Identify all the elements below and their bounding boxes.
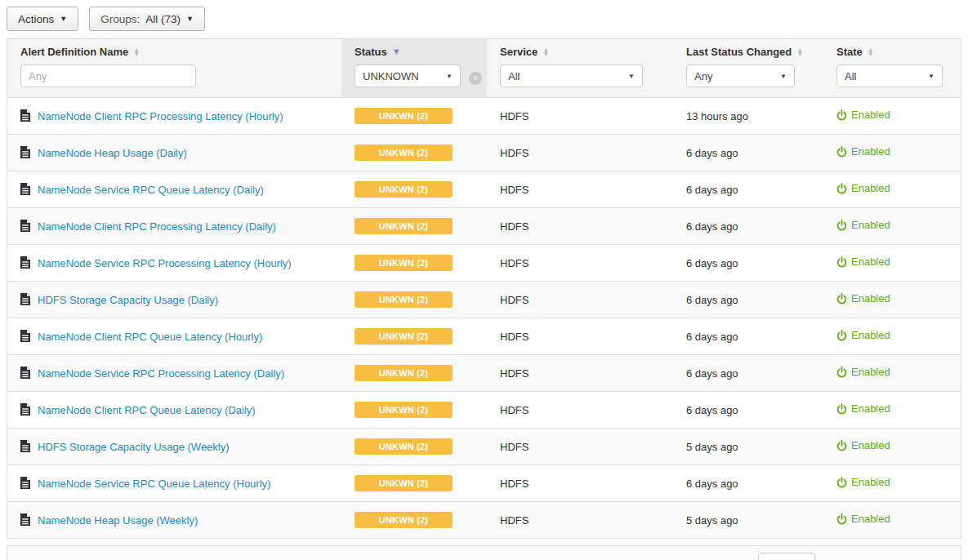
caret-down-icon: ▼: [928, 73, 935, 80]
power-icon: [836, 513, 847, 525]
alert-definition-link[interactable]: NameNode Heap Usage (Daily): [38, 147, 187, 159]
last-changed-cell: 6 days ago: [673, 392, 823, 429]
state-label: Enabled: [851, 366, 890, 378]
service-cell: HDFS: [487, 171, 673, 208]
state-cell: Enabled: [836, 292, 890, 304]
service-filter-select[interactable]: All ▼: [500, 64, 643, 87]
alert-definition-link[interactable]: NameNode Service RPC Queue Latency (Dail…: [38, 184, 264, 196]
state-label: Enabled: [851, 476, 890, 488]
file-text-icon: [20, 403, 30, 416]
state-label: Enabled: [851, 513, 890, 525]
alert-definition-link[interactable]: NameNode Service RPC Queue Latency (Hour…: [38, 478, 270, 490]
alert-definition-link[interactable]: NameNode Service RPC Processing Latency …: [38, 257, 292, 269]
column-header-state[interactable]: State ▲▼: [823, 39, 961, 61]
caret-down-icon: ▼: [628, 73, 635, 80]
state-cell: Enabled: [836, 366, 890, 378]
service-cell: HDFS: [487, 318, 673, 355]
status-badge: UNKWN (2): [355, 255, 453, 271]
actions-button-label: Actions: [18, 13, 54, 25]
file-text-icon: [20, 220, 30, 232]
alert-definition-link[interactable]: HDFS Storage Capacity Usage (Weekly): [38, 441, 230, 453]
table-row: HDFS Storage Capacity Usage (Weekly) UNK…: [7, 429, 961, 465]
power-icon: [836, 256, 847, 268]
state-filter-value: All: [845, 70, 856, 82]
state-cell: Enabled: [836, 109, 890, 121]
state-cell: Enabled: [836, 513, 890, 525]
last-changed-cell: 13 hours ago: [673, 98, 823, 135]
file-text-icon: [20, 146, 30, 158]
sort-icon: ▲▼: [133, 48, 140, 56]
alert-definitions-table: Alert Definition Name ▲▼ Status ▼ Servic…: [7, 38, 961, 539]
status-badge: UNKWN (2): [355, 218, 453, 234]
file-text-icon: [20, 330, 30, 342]
alert-definition-link[interactable]: NameNode Client RPC Queue Latency (Daily…: [38, 404, 256, 416]
clear-status-filter-icon[interactable]: ✕: [469, 72, 482, 85]
service-cell: HDFS: [487, 429, 673, 465]
column-label: Service: [500, 46, 538, 58]
sort-icon: ▲▼: [796, 48, 803, 56]
service-cell: HDFS: [487, 135, 673, 171]
last-changed-filter-select[interactable]: Any ▼: [686, 64, 795, 87]
last-changed-cell: 6 days ago: [673, 245, 823, 282]
table-row: NameNode Client RPC Queue Latency (Daily…: [7, 392, 961, 429]
prev-page-icon[interactable]: ←: [907, 558, 921, 560]
state-label: Enabled: [851, 145, 890, 158]
power-icon: [836, 477, 847, 488]
file-text-icon: [20, 293, 30, 305]
state-filter-select[interactable]: All ▼: [836, 64, 943, 87]
state-label: Enabled: [851, 182, 890, 194]
status-badge: UNKWN (2): [355, 291, 453, 308]
last-changed-cell: 6 days ago: [673, 355, 823, 392]
name-filter-input[interactable]: [20, 64, 196, 87]
alert-definition-link[interactable]: NameNode Client RPC Queue Latency (Hourl…: [38, 331, 262, 343]
file-text-icon: [20, 256, 30, 269]
power-icon: [836, 403, 847, 415]
service-cell: HDFS: [487, 282, 673, 318]
column-header-status[interactable]: Status ▼: [341, 39, 487, 61]
service-cell: HDFS: [487, 465, 673, 502]
table-row: NameNode Client RPC Queue Latency (Hourl…: [7, 318, 961, 355]
status-filter-value: UNKNOWN: [363, 70, 419, 82]
file-text-icon: [20, 183, 30, 195]
table-row: NameNode Service RPC Processing Latency …: [7, 355, 961, 392]
actions-button[interactable]: Actions ▼: [7, 7, 78, 31]
page-size-select[interactable]: 50 ▼: [758, 553, 815, 560]
power-icon: [836, 330, 847, 341]
alert-definition-link[interactable]: NameNode Client RPC Processing Latency (…: [38, 220, 276, 233]
state-cell: Enabled: [836, 145, 890, 158]
alert-definition-link[interactable]: NameNode Heap Usage (Weekly): [38, 514, 198, 527]
alert-definition-link[interactable]: NameNode Service RPC Processing Latency …: [38, 367, 284, 380]
power-icon: [836, 220, 847, 231]
status-badge: UNKWN (2): [355, 328, 453, 344]
next-page-icon[interactable]: →: [932, 558, 946, 560]
column-label: Status: [355, 46, 387, 58]
status-filter-select[interactable]: UNKNOWN ▼: [355, 64, 461, 87]
last-changed-cell: 6 days ago: [673, 208, 823, 245]
header-row: Alert Definition Name ▲▼ Status ▼ Servic…: [7, 39, 961, 61]
state-label: Enabled: [851, 292, 890, 304]
state-cell: Enabled: [836, 402, 890, 415]
last-changed-cell: 6 days ago: [673, 171, 823, 208]
alert-definition-link[interactable]: NameNode Client RPC Processing Latency (…: [38, 110, 283, 122]
state-cell: Enabled: [836, 219, 890, 231]
caret-down-icon: ▼: [446, 73, 453, 80]
caret-down-icon: ▼: [780, 73, 787, 80]
status-badge: UNKWN (2): [355, 512, 453, 528]
state-cell: Enabled: [836, 439, 890, 451]
table-row: NameNode Service RPC Processing Latency …: [7, 245, 961, 282]
service-cell: HDFS: [487, 392, 673, 429]
status-badge: UNKWN (2): [355, 108, 453, 124]
column-label: Alert Definition Name: [20, 46, 128, 58]
table-row: NameNode Client RPC Processing Latency (…: [7, 98, 961, 135]
sort-desc-icon: ▼: [392, 47, 401, 56]
column-header-alert-definition-name[interactable]: Alert Definition Name ▲▼: [7, 39, 341, 61]
last-changed-cell: 6 days ago: [673, 282, 823, 318]
column-header-last-status-changed[interactable]: Last Status Changed ▲▼: [673, 39, 823, 61]
groups-button[interactable]: Groups: All (73) ▼: [89, 7, 205, 31]
file-text-icon: [20, 109, 30, 122]
sort-icon: ▲▼: [542, 48, 549, 56]
table-row: NameNode Client RPC Processing Latency (…: [7, 208, 961, 245]
table-row: NameNode Service RPC Queue Latency (Hour…: [7, 465, 961, 502]
column-header-service[interactable]: Service ▲▼: [487, 39, 673, 61]
alert-definition-link[interactable]: HDFS Storage Capacity Usage (Daily): [38, 294, 218, 306]
